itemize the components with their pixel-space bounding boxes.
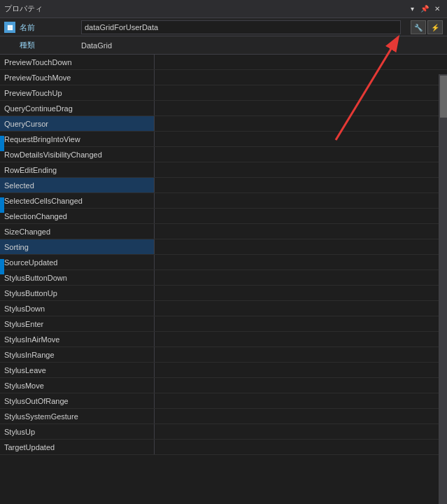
property-value[interactable] [154, 270, 447, 285]
property-name: StylusButtonUp [0, 289, 154, 298]
property-name: SizeChanged [0, 227, 154, 236]
title-bar-buttons: ▾ 📌 ✕ [406, 4, 443, 15]
table-row[interactable]: QueryCursor [0, 116, 447, 132]
table-row[interactable]: PreviewTouchUp [0, 85, 447, 101]
property-value[interactable] [154, 162, 447, 177]
property-name: StylusOutOfRange [0, 397, 154, 405]
property-name: StylusLeave [0, 366, 154, 374]
title-bar: プロパティ ▾ 📌 ✕ [0, 0, 447, 18]
property-name: PreviewTouchMove [0, 74, 154, 82]
property-value[interactable] [154, 301, 447, 316]
table-row[interactable]: StylusInRange [0, 347, 447, 363]
property-name: RowEditEnding [0, 166, 154, 174]
table-row[interactable]: StylusButtonUp [0, 286, 447, 301]
property-value[interactable] [154, 409, 447, 424]
property-value[interactable] [154, 332, 447, 346]
name-label: 名前 [20, 22, 35, 33]
property-value[interactable] [154, 101, 447, 115]
properties-panel: プロパティ ▾ 📌 ✕ ▦ 名前 dataGridForUserData 🔧 ⚡… [0, 0, 447, 504]
property-value[interactable] [154, 70, 447, 85]
table-row[interactable]: Selected [0, 178, 447, 193]
name-row: ▦ 名前 dataGridForUserData 🔧 ⚡ [0, 18, 447, 36]
table-row[interactable]: SelectionChanged [0, 209, 447, 224]
property-name: StylusSystemGesture [0, 412, 154, 421]
property-value[interactable] [154, 85, 447, 100]
table-row[interactable]: StylusMove [0, 378, 447, 393]
title-bar-label: プロパティ [4, 4, 43, 14]
table-row[interactable]: SourceUpdated [0, 255, 447, 270]
name-value[interactable]: dataGridForUserData [81, 20, 401, 34]
property-value[interactable] [154, 440, 447, 454]
property-value[interactable] [154, 255, 447, 270]
property-value[interactable] [154, 363, 447, 377]
table-row[interactable]: StylusUp [0, 424, 447, 440]
header-action-buttons: 🔧 ⚡ [401, 20, 443, 34]
property-name: SourceUpdated [0, 258, 154, 267]
table-row[interactable]: StylusLeave [0, 363, 447, 378]
wrench-button[interactable]: 🔧 [411, 20, 426, 34]
property-name: RequestBringIntoView [0, 135, 154, 144]
property-name: SelectedCellsChanged [0, 197, 154, 205]
property-name: SelectionChanged [0, 212, 154, 220]
property-value[interactable] [154, 424, 447, 439]
property-name: QueryContinueDrag [0, 104, 154, 113]
table-row[interactable]: StylusSystemGesture [0, 409, 447, 424]
property-name: QueryCursor [0, 120, 154, 128]
table-row[interactable]: StylusInAirMove [0, 332, 447, 347]
lightning-button[interactable]: ⚡ [427, 20, 443, 34]
property-value[interactable] [154, 378, 447, 393]
type-label: 種類 [20, 40, 35, 50]
table-row[interactable]: Sorting [0, 239, 447, 255]
table-row[interactable]: StylusButtonDown [0, 270, 447, 286]
property-name: StylusDown [0, 304, 154, 313]
property-value[interactable] [154, 132, 447, 146]
scrollbar-track[interactable] [439, 74, 447, 504]
property-name: Sorting [0, 243, 154, 251]
table-row[interactable]: PreviewTouchDown [0, 55, 447, 70]
property-name: StylusButtonDown [0, 274, 154, 282]
table-row[interactable]: RowDetailsVisibilityChanged [0, 147, 447, 162]
property-name: PreviewTouchDown [0, 58, 154, 66]
table-row[interactable]: SizeChanged [0, 224, 447, 239]
table-row[interactable]: PreviewTouchMove [0, 70, 447, 85]
type-row: 種類 DataGrid [0, 36, 447, 55]
property-name: StylusMove [0, 382, 154, 390]
property-value[interactable] [154, 316, 447, 331]
property-name: Selected [0, 181, 154, 190]
property-value[interactable] [154, 224, 447, 239]
property-name: StylusInAirMove [0, 335, 154, 344]
title-bar-dropdown-btn[interactable]: ▾ [406, 4, 418, 15]
property-value[interactable] [154, 116, 447, 131]
property-name: StylusUp [0, 428, 154, 436]
property-value[interactable] [154, 209, 447, 223]
table-row[interactable]: StylusOutOfRange [0, 393, 447, 409]
property-value[interactable] [154, 178, 447, 192]
property-name: TargetUpdated [0, 443, 154, 451]
property-value[interactable] [154, 193, 447, 208]
table-row[interactable]: TargetUpdated [0, 440, 447, 455]
property-name: StylusInRange [0, 351, 154, 359]
title-bar-pin-btn[interactable]: 📌 [419, 4, 430, 15]
table-row[interactable]: SelectedCellsChanged [0, 193, 447, 209]
property-value[interactable] [154, 239, 447, 254]
property-name: PreviewTouchUp [0, 89, 154, 97]
table-row[interactable]: RowEditEnding [0, 162, 447, 178]
component-icon: ▦ [4, 22, 15, 33]
property-name: StylusEnter [0, 320, 154, 328]
property-value[interactable] [154, 347, 447, 362]
table-row[interactable]: StylusEnter [0, 316, 447, 332]
property-value[interactable] [154, 55, 447, 69]
property-name: RowDetailsVisibilityChanged [0, 150, 154, 159]
property-value[interactable] [154, 286, 447, 300]
table-row[interactable]: RequestBringIntoView [0, 132, 447, 147]
type-value: DataGrid [81, 41, 443, 50]
scrollbar-thumb[interactable] [440, 76, 447, 118]
properties-list[interactable]: PreviewTouchDownPreviewTouchMovePreviewT… [0, 55, 447, 484]
title-bar-close-btn[interactable]: ✕ [432, 4, 443, 15]
table-row[interactable]: StylusDown [0, 301, 447, 316]
property-value[interactable] [154, 147, 447, 162]
property-value[interactable] [154, 393, 447, 408]
table-row[interactable]: QueryContinueDrag [0, 101, 447, 116]
